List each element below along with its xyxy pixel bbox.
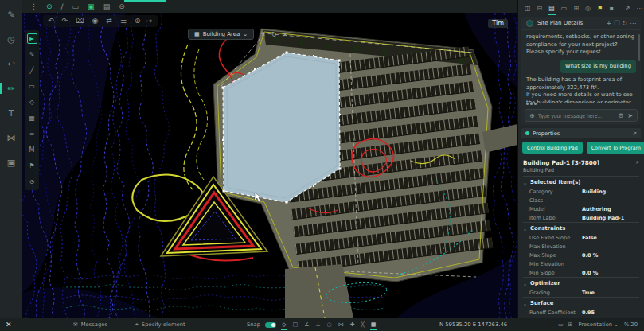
property-value[interactable]: True bbox=[582, 290, 595, 296]
property-value[interactable]: Building Pad-1 bbox=[582, 215, 624, 221]
dot-icon[interactable]: ▪ bbox=[608, 3, 614, 14]
point-tool-icon[interactable]: ⊙ bbox=[46, 3, 53, 10]
popout-icon[interactable]: ❐ bbox=[614, 20, 619, 27]
undo-icon[interactable]: ↶ bbox=[48, 17, 54, 25]
section-header[interactable]: ⌄Surface bbox=[523, 297, 639, 308]
property-row: Max Elevation bbox=[523, 242, 639, 251]
polygon-tool-icon[interactable]: ▣ bbox=[88, 3, 95, 10]
property-value[interactable]: False bbox=[582, 235, 597, 241]
snap-perpendicular-icon[interactable]: ⊥ bbox=[314, 321, 321, 329]
property-row: Min Elevation bbox=[523, 259, 639, 268]
control-building-pad-button[interactable]: Control Building Pad bbox=[522, 142, 583, 154]
attach-icon[interactable]: ⊕ bbox=[529, 112, 535, 119]
property-value[interactable]: 0.95 bbox=[582, 310, 595, 316]
history-icon[interactable]: ◷ bbox=[5, 33, 18, 45]
more-options-icon[interactable]: ⋯ bbox=[635, 3, 643, 14]
rect-tool-icon[interactable]: ▭ bbox=[72, 3, 80, 10]
expand-panel-icon[interactable]: ↗ bbox=[624, 3, 631, 14]
flag-icon[interactable]: ⚑ bbox=[27, 161, 37, 171]
selected-layer-chip[interactable]: ▦ Building Area ⌄ bbox=[188, 29, 254, 40]
snap-point-icon[interactable]: ⊙ bbox=[27, 177, 37, 187]
node-tool-icon[interactable]: ⋈ bbox=[5, 131, 18, 144]
redo-icon[interactable]: ↷ bbox=[62, 17, 68, 25]
select-tool-icon[interactable]: ► bbox=[27, 33, 37, 44]
draw-icon[interactable]: ✎ bbox=[5, 8, 18, 21]
refresh-selection-icon[interactable]: ↻ bbox=[271, 31, 277, 38]
settings-icon[interactable]: ⚙ bbox=[618, 112, 623, 119]
properties-section-bar[interactable]: Properties ↗ bbox=[521, 128, 641, 138]
hatch-tool-icon[interactable]: ▤ bbox=[103, 3, 111, 10]
list-icon[interactable]: ≡ bbox=[27, 129, 37, 139]
selected-item-title-row: Building Pad-1 [3-7800] ⌕ bbox=[523, 158, 639, 166]
crosshair-icon: ⌖ bbox=[135, 321, 139, 328]
card-view-icon[interactable]: ▭ bbox=[560, 3, 568, 14]
section-header[interactable]: ⌄Constraints bbox=[523, 222, 639, 233]
measure-icon[interactable]: M bbox=[27, 145, 37, 155]
edit-tool-icon[interactable]: ✏ bbox=[5, 82, 18, 95]
snap-surface-icon[interactable]: ▦ bbox=[370, 321, 377, 329]
chat-message-input[interactable] bbox=[538, 113, 615, 119]
property-label: Use Fixed Slope bbox=[529, 235, 582, 241]
snap-intersection-icon[interactable]: ⋈ bbox=[338, 321, 345, 329]
chat-message-list[interactable]: requirements, setbacks, or other zoning … bbox=[521, 30, 641, 103]
search-icon[interactable]: ⌕ bbox=[636, 158, 639, 166]
more-icon[interactable]: ⋯ bbox=[630, 20, 636, 27]
hatch-icon[interactable]: ▦ bbox=[27, 113, 37, 123]
convert-to-program-button[interactable]: Convert To Program bbox=[587, 142, 644, 154]
specify-element-hint: ⌖ Specify element bbox=[135, 318, 185, 331]
presentation-mode-button[interactable]: Presentation ⌄ bbox=[578, 321, 618, 328]
snap-center-icon[interactable]: ○ bbox=[326, 321, 333, 329]
section-header[interactable]: ⌄Optimizer bbox=[523, 277, 639, 288]
property-value[interactable]: 0.0 % bbox=[582, 252, 598, 259]
swap-icon[interactable]: ⇄ bbox=[106, 17, 112, 25]
hook-tool-icon[interactable]: ↩ bbox=[5, 57, 18, 70]
messages-button[interactable]: ✉ Messages bbox=[73, 318, 107, 331]
flag-icon[interactable]: ⚑ bbox=[596, 3, 603, 14]
property-row: Min Slope0.0 % bbox=[523, 268, 639, 277]
snap-nearest-icon[interactable]: ╳ bbox=[361, 321, 365, 329]
text-tool-icon[interactable]: T bbox=[5, 107, 18, 119]
line-tool-icon[interactable]: ∕ bbox=[61, 3, 64, 10]
status-bar: ✕ ✉ Messages ⌖ Specify element Snap ◇□∠⊥… bbox=[0, 318, 644, 331]
site-plan-map[interactable] bbox=[22, 13, 517, 318]
property-value[interactable]: Authoring bbox=[582, 206, 611, 212]
snap-vertex-icon[interactable]: ◇ bbox=[281, 321, 287, 329]
expand-properties-icon[interactable]: ↗ bbox=[632, 130, 637, 137]
new-chat-icon[interactable]: + bbox=[606, 20, 611, 27]
property-value[interactable]: 0.0 % bbox=[582, 270, 598, 276]
remove-selection-icon[interactable]: ✕ bbox=[283, 31, 288, 38]
snap-grid-icon[interactable]: □ bbox=[292, 321, 299, 329]
refresh-icon[interactable]: ↻ bbox=[622, 20, 627, 27]
map-canvas[interactable]: ↶↷⌧◉⇄☰⊕⌖ ►✎╱▭◇▦≡M⚑⊙ ▦ Building Area ⌄ ✎↻… bbox=[22, 13, 517, 318]
image-tool-icon[interactable]: ▣ bbox=[5, 156, 18, 169]
scale-indicator[interactable]: % 20 bbox=[624, 321, 638, 328]
snap-midpoint-icon[interactable]: ✚ bbox=[349, 321, 356, 329]
circle-tool-icon[interactable]: ⊜ bbox=[119, 3, 125, 10]
grid-toggle-icon[interactable]: ⊞ bbox=[568, 321, 573, 328]
layers-icon[interactable]: ☰ bbox=[120, 17, 127, 25]
pen-tool-icon[interactable]: ✎ bbox=[27, 49, 37, 60]
grid-view-icon[interactable]: ⊞ bbox=[572, 3, 580, 14]
rect-draw-icon[interactable]: ▭ bbox=[27, 81, 37, 92]
diamond-tool-icon[interactable]: ◇ bbox=[27, 97, 37, 107]
drag-handle-icon[interactable]: ⋮ bbox=[30, 3, 37, 10]
add-icon[interactable]: ⊕ bbox=[135, 17, 141, 25]
edit-selection-icon[interactable]: ✎ bbox=[260, 31, 266, 38]
table-view-icon[interactable]: ▤ bbox=[548, 3, 556, 14]
layout-icon[interactable]: ▭ bbox=[558, 321, 564, 328]
send-icon[interactable]: ➤ bbox=[627, 112, 633, 119]
snap-angle-icon[interactable]: ∠ bbox=[303, 321, 310, 329]
close-icon[interactable]: ✕ bbox=[6, 318, 12, 331]
target-icon[interactable]: ⌖ bbox=[149, 17, 153, 25]
chat-scrollbar[interactable] bbox=[638, 34, 640, 61]
property-value[interactable]: Building bbox=[582, 189, 606, 195]
section-header[interactable]: ⌄Selected Item(s) bbox=[523, 176, 639, 187]
selected-item-title: Building Pad-1 [3-7800] bbox=[523, 159, 636, 166]
panel-columns-icon[interactable]: ◫ bbox=[524, 3, 532, 14]
target-view-icon[interactable]: ◎ bbox=[584, 3, 591, 14]
line-draw-icon[interactable]: ╱ bbox=[27, 65, 37, 76]
delete-icon[interactable]: ⌧ bbox=[76, 17, 84, 25]
snap-toggle[interactable] bbox=[265, 322, 276, 328]
visibility-icon[interactable]: ◉ bbox=[92, 17, 98, 25]
panel-rows-icon[interactable]: ⊟ bbox=[537, 3, 544, 14]
